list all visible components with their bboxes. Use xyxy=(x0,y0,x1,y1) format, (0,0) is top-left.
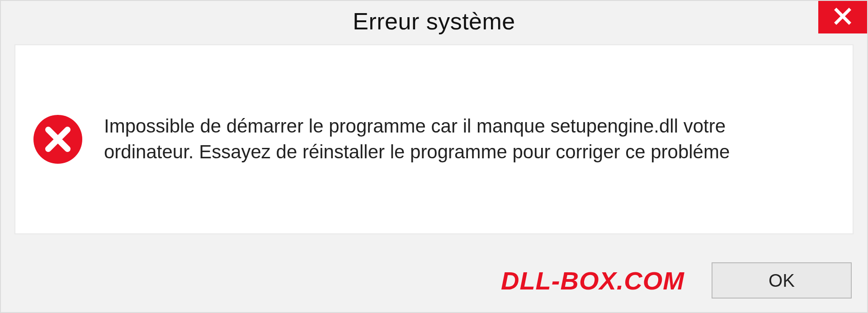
error-icon xyxy=(33,115,82,164)
dialog-title: Erreur système xyxy=(353,8,515,35)
error-message: Impossible de démarrer le programme car … xyxy=(104,114,805,165)
dialog-footer: DLL-BOX.COM OK xyxy=(1,249,867,312)
close-icon xyxy=(833,7,852,28)
watermark-text: DLL-BOX.COM xyxy=(501,266,684,295)
error-dialog: Erreur système Impossible de démarrer le… xyxy=(0,0,868,313)
ok-button[interactable]: OK xyxy=(712,262,852,299)
titlebar: Erreur système xyxy=(1,1,867,42)
content-panel: Impossible de démarrer le programme car … xyxy=(14,44,854,234)
close-button[interactable] xyxy=(818,1,867,33)
